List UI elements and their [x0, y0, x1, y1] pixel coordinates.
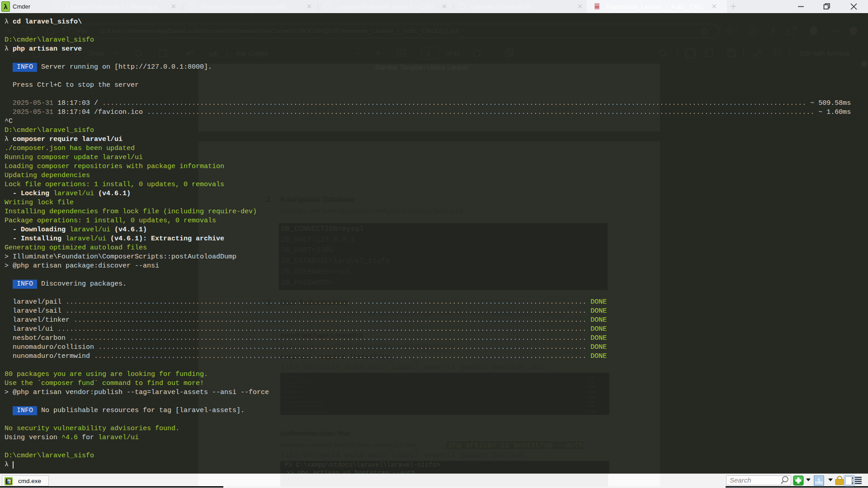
svg-text:1: 1 — [817, 478, 821, 484]
